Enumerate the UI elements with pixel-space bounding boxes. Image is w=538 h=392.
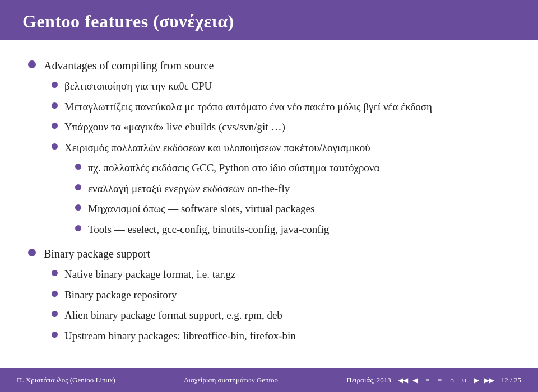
list-item: Χειρισμός πολλαπλών εκδόσεων και υλοποιή… — [52, 140, 510, 156]
item-text: βελτιστοποίηση για την καθε CPU — [64, 78, 212, 95]
list-item: Upstream binary packages: libreoffice-bi… — [52, 328, 510, 344]
item-text: Υπάρχουν τα «μαγικά» live ebuilds (cvs/s… — [64, 119, 285, 136]
prev-button[interactable]: ◀ — [410, 375, 420, 385]
slide-header: Gentoo features (συνέχεια) — [0, 0, 538, 40]
item-text: Tools — eselect, gcc-config, binutils-co… — [88, 222, 329, 238]
bullet-icon — [75, 184, 81, 190]
item-text: Upstream binary packages: libreoffice-bi… — [64, 328, 296, 344]
bullet-icon — [52, 143, 58, 150]
item-text: Binary package support — [44, 245, 150, 262]
bullet-icon — [52, 102, 58, 109]
bullet-icon — [52, 332, 58, 338]
footer-location: Πειραιάς, 2013 — [346, 376, 391, 385]
item-text: Binary package repository — [64, 287, 177, 304]
bullet-icon — [52, 291, 58, 297]
footer-right-section: Πειραιάς, 2013 ◀◀ ◀ ≡ ≡ ∩ ∪ ▶ ▶▶ 12 / 25 — [346, 375, 521, 385]
slide-footer: Π. Χριστόπουλος (Gentoo Linux) Διαχείρισ… — [0, 368, 538, 392]
list-item: βελτιστοποίηση για την καθε CPU — [52, 78, 510, 95]
item-text: Μεταγλωττίζεις πανεύκολα με τρόπο αυτόμα… — [64, 99, 432, 115]
page-number: 12 / 25 — [501, 376, 521, 385]
list-item: Tools — eselect, gcc-config, binutils-co… — [75, 222, 510, 238]
nav-icon-2: ≡ — [435, 375, 445, 385]
bullet-icon — [28, 60, 36, 68]
bullet-icon — [52, 311, 58, 317]
list-item: πχ. πολλαπλές εκδόσεις GCC, Python στο ί… — [75, 160, 510, 176]
slide-title: Gentoo features (συνέχεια) — [22, 11, 234, 32]
item-text: Alien binary package format support, e.g… — [64, 307, 282, 324]
item-text: Advantages of compiling from source — [44, 57, 214, 74]
slide: Gentoo features (συνέχεια) Advantages of… — [0, 0, 538, 392]
nav-icon-4: ∪ — [460, 375, 470, 385]
list-item: Binary package repository — [52, 287, 510, 304]
item-text: πχ. πολλαπλές εκδόσεις GCC, Python στο ί… — [88, 160, 379, 176]
list-item: Advantages of compiling from source — [28, 57, 510, 74]
nav-icon-3: ∩ — [447, 375, 457, 385]
next-next-button[interactable]: ▶▶ — [484, 375, 494, 385]
list-item: Υπάρχουν τα «μαγικά» live ebuilds (cvs/s… — [52, 119, 510, 136]
nav-icon-1: ≡ — [423, 375, 433, 385]
list-item: Native binary package format, i.e. tar.g… — [52, 267, 510, 283]
slide-content: Advantages of compiling from source βελτ… — [0, 40, 538, 368]
bullet-icon — [28, 249, 36, 256]
next-button[interactable]: ▶ — [472, 375, 482, 385]
navigation-controls[interactable]: ◀◀ ◀ ≡ ≡ ∩ ∪ ▶ ▶▶ — [398, 375, 494, 385]
list-item: Μεταγλωττίζεις πανεύκολα με τρόπο αυτόμα… — [52, 99, 510, 115]
item-text: Μηχανισμοί όπως — software slots, virtua… — [88, 201, 314, 217]
item-text: εναλλαγή μεταξύ ενεργών εκδόσεων on-the-… — [88, 181, 290, 197]
bullet-icon — [52, 82, 58, 88]
bullet-icon — [52, 270, 58, 276]
prev-prev-button[interactable]: ◀◀ — [398, 375, 408, 385]
list-item: Alien binary package format support, e.g… — [52, 307, 510, 324]
bullet-icon — [52, 123, 58, 129]
bullet-icon — [75, 164, 81, 170]
footer-subtitle: Διαχείριση συστημάτων Gentoo — [184, 376, 278, 385]
item-text: Χειρισμός πολλαπλών εκδόσεων και υλοποιή… — [64, 140, 370, 156]
bullet-icon — [75, 204, 81, 211]
list-item: εναλλαγή μεταξύ ενεργών εκδόσεων on-the-… — [75, 181, 510, 197]
item-text: Native binary package format, i.e. tar.g… — [64, 267, 235, 283]
list-item: Binary package support — [28, 245, 510, 262]
list-item: Μηχανισμοί όπως — software slots, virtua… — [75, 201, 510, 217]
footer-author: Π. Χριστόπουλος (Gentoo Linux) — [17, 376, 115, 385]
bullet-icon — [75, 225, 81, 231]
